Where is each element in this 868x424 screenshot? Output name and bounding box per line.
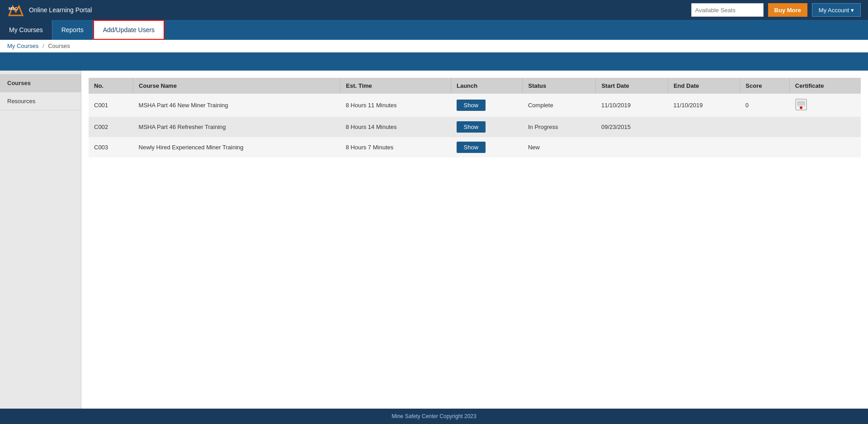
footer-copyright: Mine Safety Center Copyright 2023 xyxy=(392,413,476,419)
breadcrumb-link-my-courses[interactable]: My Courses xyxy=(7,43,38,49)
cell-status-1: In Progress xyxy=(523,117,596,137)
cell-launch-0: Show xyxy=(451,94,523,117)
cell-course-name-0: MSHA Part 46 New Miner Training xyxy=(133,94,340,117)
top-header: MSC Online Learning Portal Buy More My A… xyxy=(0,0,868,20)
nav-item-add-update-users[interactable]: Add/Update Users xyxy=(93,20,165,40)
cell-status-0: Complete xyxy=(523,94,596,117)
col-header-status: Status xyxy=(523,78,596,94)
col-header-no: No. xyxy=(89,78,133,94)
breadcrumb-current-courses: Courses xyxy=(48,43,70,49)
portal-title: Online Learning Portal xyxy=(29,6,92,14)
cell-course-name-1: MSHA Part 46 Refresher Training xyxy=(133,117,340,137)
cell-end-date-0: 11/10/2019 xyxy=(668,94,740,117)
table-header-row: No. Course Name Est. Time Launch Status … xyxy=(89,78,861,94)
svg-rect-4 xyxy=(797,100,805,107)
table-row: C002 MSHA Part 46 Refresher Training 8 H… xyxy=(89,117,861,137)
col-header-est-time: Est. Time xyxy=(340,78,451,94)
footer: Mine Safety Center Copyright 2023 xyxy=(0,409,868,424)
nav-item-reports[interactable]: Reports xyxy=(52,20,93,40)
cell-end-date-1 xyxy=(668,117,740,137)
chevron-down-icon: ▾ xyxy=(851,7,854,14)
cell-est-time-1: 8 Hours 14 Minutes xyxy=(340,117,451,137)
cell-start-date-2 xyxy=(596,137,668,157)
cell-launch-2: Show xyxy=(451,137,523,157)
my-account-button[interactable]: My Account ▾ xyxy=(812,3,861,17)
col-header-score: Score xyxy=(740,78,789,94)
show-button-2[interactable]: Show xyxy=(457,142,486,153)
col-header-end-date: End Date xyxy=(668,78,740,94)
col-header-certificate: Certificate xyxy=(789,78,861,94)
breadcrumb-separator: / xyxy=(42,43,44,49)
blue-banner xyxy=(0,52,868,71)
cell-certificate-1 xyxy=(789,117,861,137)
table-row: C003 Newly Hired Experienced Miner Train… xyxy=(89,137,861,157)
certificate-icon-0[interactable] xyxy=(795,98,807,111)
cell-est-time-0: 8 Hours 11 Minutes xyxy=(340,94,451,117)
cell-course-name-2: Newly Hired Experienced Miner Training xyxy=(133,137,340,157)
sidebar-item-courses[interactable]: Courses xyxy=(0,74,81,92)
sidebar-item-resources[interactable]: Resources xyxy=(0,92,81,110)
breadcrumb: My Courses / Courses xyxy=(0,40,868,52)
table-row: C001 MSHA Part 46 New Miner Training 8 H… xyxy=(89,94,861,117)
cell-certificate-0 xyxy=(789,94,861,117)
col-header-launch: Launch xyxy=(451,78,523,94)
main-layout: Courses Resources No. Course Name Est. T… xyxy=(0,71,868,409)
courses-table: No. Course Name Est. Time Launch Status … xyxy=(89,78,861,157)
cell-score-1 xyxy=(740,117,789,137)
cell-start-date-1: 09/23/2015 xyxy=(596,117,668,137)
svg-text:MSC: MSC xyxy=(9,6,18,11)
cell-status-2: New xyxy=(523,137,596,157)
col-header-course-name: Course Name xyxy=(133,78,340,94)
show-button-0[interactable]: Show xyxy=(457,100,486,111)
col-header-start-date: Start Date xyxy=(596,78,668,94)
cell-certificate-2 xyxy=(789,137,861,157)
buy-more-button[interactable]: Buy More xyxy=(768,3,807,17)
header-right: Buy More My Account ▾ xyxy=(691,3,861,17)
cell-score-2 xyxy=(740,137,789,157)
cell-no-1: C002 xyxy=(89,117,133,137)
cell-end-date-2 xyxy=(668,137,740,157)
content-area: No. Course Name Est. Time Launch Status … xyxy=(81,71,868,409)
cell-no-2: C003 xyxy=(89,137,133,157)
cell-launch-1: Show xyxy=(451,117,523,137)
show-button-1[interactable]: Show xyxy=(457,121,486,133)
cell-start-date-0: 11/10/2019 xyxy=(596,94,668,117)
available-seats-input[interactable] xyxy=(691,3,764,17)
nav-bar: My Courses Reports Add/Update Users xyxy=(0,20,868,40)
msc-logo-icon: MSC xyxy=(7,3,24,17)
sidebar: Courses Resources xyxy=(0,71,81,409)
logo-area: MSC Online Learning Portal xyxy=(7,3,92,17)
nav-item-my-courses[interactable]: My Courses xyxy=(0,20,52,40)
cell-est-time-2: 8 Hours 7 Minutes xyxy=(340,137,451,157)
cell-no-0: C001 xyxy=(89,94,133,117)
cell-score-0: 0 xyxy=(740,94,789,117)
